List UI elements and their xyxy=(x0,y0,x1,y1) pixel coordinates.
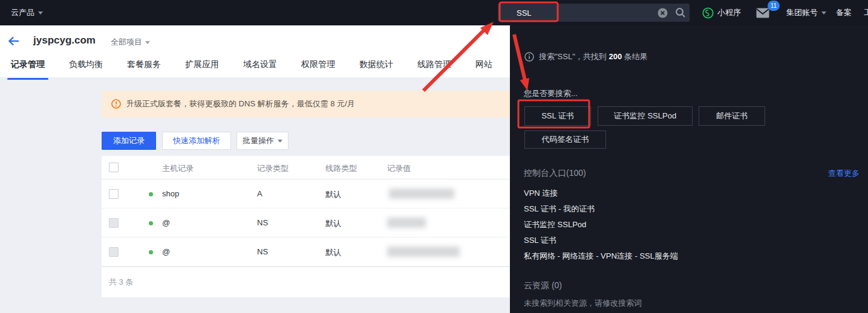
back-button[interactable] xyxy=(7,34,22,49)
tab-data-statistics[interactable]: 数据统计 xyxy=(359,58,393,77)
chevron-down-icon xyxy=(821,11,826,15)
chevron-down-icon xyxy=(278,140,282,143)
line-cell: 默认 xyxy=(325,189,341,200)
batch-operations-label: 批量操作 xyxy=(243,135,274,146)
summary-count: 200 xyxy=(609,52,622,61)
cloud-products-label: 云产品 xyxy=(11,7,34,18)
group-account-label: 集团账号 xyxy=(786,7,818,18)
cloud-resources-heading: 云资源 (0) xyxy=(524,280,562,291)
notification-badge: 11 xyxy=(768,1,780,11)
cloud-products-menu[interactable]: 云产品 xyxy=(11,0,43,25)
add-record-button[interactable]: 添加记录 xyxy=(102,132,156,150)
batch-operations-button[interactable]: 批量操作 xyxy=(237,132,289,150)
console-section-heading: 控制台入口(100) xyxy=(524,168,586,179)
column-header-type: 记录类型 xyxy=(257,163,289,174)
suggestion-button-ssl-certificate[interactable]: SSL 证书 xyxy=(524,106,591,126)
summary-prefix: 搜索"SSL"，共找到 xyxy=(539,52,609,61)
type-cell: NS xyxy=(257,247,268,256)
suggest-heading: 您是否要搜索... xyxy=(524,88,578,99)
table-footer-total: 共 3 条 xyxy=(109,277,133,288)
column-header-host: 主机记录 xyxy=(162,163,194,174)
page-title-domain: jyspcyg.com xyxy=(33,34,96,47)
miniprogram-icon xyxy=(702,7,714,19)
beian-label: 备案 xyxy=(836,7,852,18)
info-icon xyxy=(524,52,534,62)
column-header-line: 线路类型 xyxy=(325,163,357,174)
record-value-redacted xyxy=(387,247,460,257)
console-entry-sslpod-monitor[interactable]: 证书监控 SSLPod xyxy=(524,219,586,230)
mail-icon xyxy=(756,8,769,18)
host-cell: @ xyxy=(162,218,170,227)
miniprogram-button[interactable]: 小程序 xyxy=(702,0,741,25)
row-checkbox[interactable] xyxy=(109,189,119,199)
topbar-clipped-item[interactable]: 工 xyxy=(864,0,868,25)
chevron-down-icon xyxy=(145,41,150,44)
page-header: jyspcyg.com 全部项目 记录管理 负载均衡 套餐服务 扩展应用 域名设… xyxy=(0,25,510,77)
type-cell: NS xyxy=(257,218,268,227)
type-cell: A xyxy=(257,189,263,198)
row-checkbox[interactable] xyxy=(109,247,119,257)
chevron-down-icon xyxy=(38,11,43,15)
tab-website[interactable]: 网站 xyxy=(475,58,492,77)
clipped-label: 工 xyxy=(864,7,868,18)
table-row: @ NS 默认 xyxy=(102,237,510,266)
global-search-box xyxy=(498,4,690,22)
console-entry-ssl-certificate[interactable]: SSL 证书 xyxy=(524,235,556,246)
tab-permission-management[interactable]: 权限管理 xyxy=(301,58,335,77)
status-dot-icon xyxy=(149,192,153,196)
table-row: shop A 默认 xyxy=(102,179,510,208)
column-header-value: 记录值 xyxy=(387,163,411,174)
line-cell: 默认 xyxy=(325,247,341,258)
quick-add-label: 快速添加解析 xyxy=(173,135,220,146)
table-footer: 共 3 条 xyxy=(102,266,510,297)
console-entry-vpn[interactable]: VPN 连接 xyxy=(524,188,558,199)
group-account-menu[interactable]: 集团账号 xyxy=(786,0,826,25)
host-cell: shop xyxy=(162,189,179,198)
host-cell: @ xyxy=(162,247,170,256)
tab-load-balancing[interactable]: 负载均衡 xyxy=(69,58,103,77)
warning-icon xyxy=(111,99,121,109)
tab-record-management[interactable]: 记录管理 xyxy=(11,58,45,77)
banner-message: 升级正式版套餐，获得更极致的 DNS 解析服务，最低仅需 8 元/月 xyxy=(126,98,355,109)
upgrade-banner: 升级正式版套餐，获得更极致的 DNS 解析服务，最低仅需 8 元/月 xyxy=(102,91,510,117)
record-value-redacted xyxy=(387,218,426,228)
search-result-summary: 搜索"SSL"，共找到 200 条结果 xyxy=(524,51,648,62)
records-table: 主机记录 记录类型 线路类型 记录值 shop A 默认 @ NS 默认 @ N… xyxy=(102,156,510,297)
top-navigation-bar: 云产品 小程序 11 xyxy=(0,0,868,25)
global-search-input[interactable] xyxy=(498,8,653,18)
resources-empty-text: 未搜索到相关资源，请修改搜索词 xyxy=(524,298,642,309)
summary-suffix: 条结果 xyxy=(622,52,648,61)
project-filter-dropdown[interactable]: 全部项目 xyxy=(111,37,150,48)
record-value-redacted xyxy=(389,189,454,199)
dns-console-content: jyspcyg.com 全部项目 记录管理 负载均衡 套餐服务 扩展应用 域名设… xyxy=(0,25,510,313)
tab-package-service[interactable]: 套餐服务 xyxy=(127,58,161,77)
add-record-label: 添加记录 xyxy=(113,135,145,146)
beian-link[interactable]: 备案 xyxy=(836,0,852,25)
line-cell: 默认 xyxy=(325,218,341,229)
tab-extended-apps[interactable]: 扩展应用 xyxy=(185,58,219,77)
project-filter-label: 全部项目 xyxy=(111,37,142,48)
view-more-link[interactable]: 查看更多 xyxy=(828,168,860,179)
suggestion-button-code-signing-certificate[interactable]: 代码签名证书 xyxy=(524,131,606,149)
clear-search-icon[interactable] xyxy=(653,4,671,22)
tab-domain-settings[interactable]: 域名设置 xyxy=(243,58,277,77)
row-checkbox[interactable] xyxy=(109,218,119,228)
status-dot-icon xyxy=(149,221,153,225)
tab-bar: 记录管理 负载均衡 套餐服务 扩展应用 域名设置 权限管理 数据统计 线路管理 … xyxy=(0,58,510,77)
console-entry-ssl-my-certificates[interactable]: SSL 证书 - 我的证书 xyxy=(524,204,595,215)
select-all-checkbox[interactable] xyxy=(109,163,119,172)
suggestion-button-sslpod-monitor[interactable]: 证书监控 SSLPod xyxy=(598,106,693,126)
back-arrow-icon xyxy=(7,34,21,48)
console-entry-vpc-ssl-server[interactable]: 私有网络 - 网络连接 - VPN连接 - SSL服务端 xyxy=(524,251,678,262)
search-icon[interactable] xyxy=(671,4,690,22)
table-header-row: 主机记录 记录类型 线路类型 记录值 xyxy=(102,156,510,179)
search-results-panel: 搜索"SSL"，共找到 200 条结果 您是否要搜索... SSL 证书 证书监… xyxy=(510,25,868,313)
table-row: @ NS 默认 xyxy=(102,208,510,237)
summary-text: 搜索"SSL"，共找到 200 条结果 xyxy=(539,51,648,62)
quick-add-resolution-button[interactable]: 快速添加解析 xyxy=(162,132,231,150)
suggestion-button-email-certificate[interactable]: 邮件证书 xyxy=(699,106,765,126)
status-dot-icon xyxy=(149,250,153,254)
tab-line-management[interactable]: 线路管理 xyxy=(417,58,451,77)
miniprogram-label: 小程序 xyxy=(717,7,741,18)
